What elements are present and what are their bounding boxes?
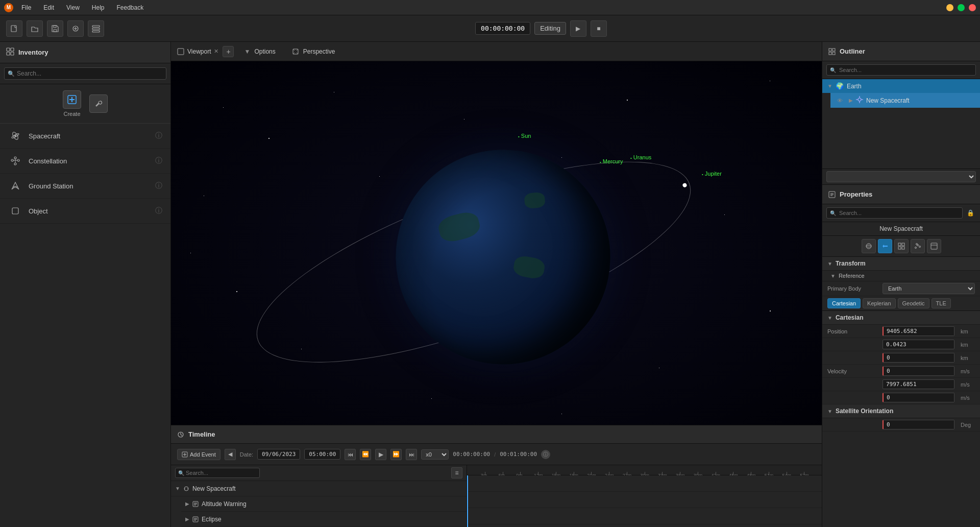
uranus-label: Uranus (630, 154, 651, 160)
viewport-perspective[interactable]: Perspective (286, 48, 341, 55)
inventory-item-constellation[interactable]: Constellation ⓘ (0, 149, 170, 174)
velocity-z-value[interactable]: 0 (883, 393, 954, 402)
time-counter: 00:00:00:00 (475, 22, 530, 35)
prop-transform-button[interactable] (878, 239, 892, 253)
ruler-marks: 3m6m9m12m15m18m21m24m27m30m33m36m39m42m4… (467, 465, 822, 475)
timeline-search-input[interactable] (175, 468, 260, 478)
timeline-rewind-button[interactable]: ⏪ (360, 449, 371, 460)
close-button[interactable]: × (969, 4, 976, 11)
menu-view[interactable]: View (64, 3, 82, 12)
svg-point-22 (14, 163, 16, 165)
outliner-search-input[interactable] (826, 64, 976, 76)
position-z-value[interactable]: 0 (883, 353, 954, 363)
inventory-item-spacecraft[interactable]: Spacecraft ⓘ (0, 124, 170, 149)
track-eclipse-label: Eclipse (202, 516, 222, 523)
prop-grid-button[interactable] (894, 239, 909, 253)
create-icon (63, 90, 81, 109)
add-event-button[interactable]: Add Event (177, 449, 220, 460)
add-event-label: Add Event (190, 451, 216, 458)
timeline-skip-end-button[interactable]: ⏭ (406, 449, 417, 460)
spacecraft-info-icon[interactable]: ⓘ (155, 131, 162, 140)
transform-section-header[interactable]: ▼ Transform (822, 257, 980, 271)
tab-tle[interactable]: TLE (932, 298, 951, 308)
tab-geodetic[interactable]: Geodetic (898, 298, 929, 308)
object-info-icon[interactable]: ⓘ (155, 206, 162, 215)
tools-button[interactable] (89, 94, 108, 113)
position-y-value[interactable]: 0.0423 (883, 340, 954, 349)
maximize-button[interactable]: □ (958, 4, 965, 11)
menu-file[interactable]: File (19, 3, 33, 12)
new-button[interactable] (6, 20, 22, 37)
timeline-collapse-button[interactable]: ◀ (225, 449, 236, 460)
inventory-item-ground-station[interactable]: Ground Station ⓘ (0, 174, 170, 199)
earth-label: Earth (847, 83, 862, 90)
menu-help[interactable]: Help (90, 3, 107, 12)
timeline-tracks-panel: 🔍 ≡ ▼ New Spacecraft ▶ Altitud (171, 465, 467, 527)
save-button[interactable] (47, 20, 63, 37)
constellation-info-icon[interactable]: ⓘ (155, 156, 162, 165)
menu-edit[interactable]: Edit (41, 3, 56, 12)
timeline-fast-forward-button[interactable]: ⏩ (390, 449, 402, 460)
play-button[interactable]: ▶ (570, 20, 586, 37)
outliner-item-new-spacecraft[interactable]: 👁 ▶ New Spacecraft (830, 93, 980, 108)
track-new-spacecraft[interactable]: ▼ New Spacecraft (171, 481, 467, 496)
orientation-row-1: 0 Deg (822, 418, 980, 432)
add-object-button[interactable] (67, 20, 84, 37)
viewport-tab-close[interactable]: ✕ (214, 48, 218, 55)
star (659, 368, 659, 368)
svg-rect-12 (11, 52, 14, 55)
svg-point-18 (14, 135, 16, 137)
ground-station-info-icon[interactable]: ⓘ (155, 181, 162, 190)
prop-orbit-button[interactable] (862, 239, 876, 253)
properties-lock-icon[interactable]: 🔒 (965, 207, 976, 219)
cartesian-arrow-icon: ▼ (827, 315, 832, 321)
star (464, 119, 464, 119)
velocity-y-value[interactable]: 7997.6851 (883, 379, 954, 389)
inventory-item-object[interactable]: Object ⓘ (0, 199, 170, 224)
timeline-info-button[interactable]: ⓘ (541, 450, 550, 459)
timeline-skip-start-button[interactable]: ⏮ (345, 449, 356, 460)
visibility-icon[interactable]: 👁 (836, 97, 844, 105)
tab-keplerian[interactable]: Keplerian (863, 298, 895, 308)
orientation-value[interactable]: 0 (883, 420, 954, 429)
props-search-input[interactable] (826, 207, 963, 219)
event-track-icon (192, 501, 199, 507)
open-button[interactable] (27, 20, 43, 37)
inventory-search-input[interactable] (4, 67, 166, 80)
track-eclipse[interactable]: ▶ Eclipse (181, 512, 467, 527)
velocity-x-value[interactable]: 0 (883, 366, 954, 376)
timeline-ruler: 3m6m9m12m15m18m21m24m27m30m33m36m39m42m4… (467, 465, 822, 527)
timeline-playhead[interactable] (467, 475, 468, 527)
stop-button[interactable]: ■ (591, 20, 607, 37)
tab-cartesian[interactable]: Cartesian (827, 298, 861, 308)
track-altitude-warning[interactable]: ▶ Altitude Warning (181, 496, 467, 512)
viewport-options[interactable]: ▼ Options (238, 48, 281, 55)
cartesian-section-header[interactable]: ▼ Cartesian (822, 311, 980, 325)
svg-rect-48 (832, 52, 835, 55)
ruler-mark-48m: 48m (751, 472, 751, 475)
main-layout: Inventory 🔍 Create Spacecraft (0, 42, 980, 527)
primary-body-select[interactable]: Earth (883, 283, 975, 294)
timeline-speed-select[interactable]: x0 x1 x10 x100 (421, 449, 449, 460)
timeline-play-button[interactable]: ▶ (375, 449, 386, 460)
position-row-1: Position 9405.6582 km (822, 325, 980, 338)
planet-earth (396, 150, 610, 364)
position-x-value[interactable]: 9405.6582 (883, 326, 954, 336)
settings-button[interactable] (88, 20, 104, 37)
menu-feedback[interactable]: Feedback (115, 3, 146, 12)
prop-panel-button[interactable] (927, 239, 941, 253)
satellite-orientation-header[interactable]: ▼ Satellite Orientation (822, 404, 980, 418)
svg-rect-25 (12, 208, 18, 214)
create-section: Create (0, 84, 170, 124)
prop-scatter-button[interactable] (911, 239, 925, 253)
svg-line-30 (181, 435, 182, 436)
outliner-filter-select[interactable] (826, 171, 976, 182)
outliner-item-earth[interactable]: ▼ 🌍 Earth (822, 79, 980, 93)
timeline-list-toggle[interactable]: ≡ (451, 467, 462, 478)
reference-section-header[interactable]: ▼ Reference (822, 271, 980, 281)
minimize-button[interactable]: − (946, 4, 953, 11)
add-viewport-button[interactable]: + (223, 46, 234, 57)
ruler-mark-27m: 27m (627, 472, 627, 475)
create-button[interactable]: Create (63, 90, 81, 117)
date-label: Date: (240, 451, 253, 458)
